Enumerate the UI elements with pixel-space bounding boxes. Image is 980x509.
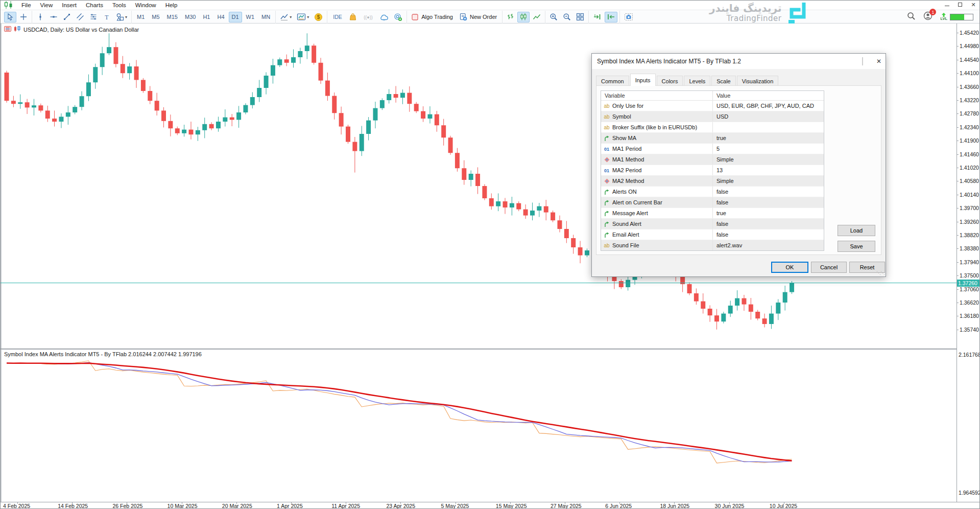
value-cell[interactable]: true	[712, 133, 824, 143]
vertical-line-tool[interactable]	[34, 12, 46, 22]
dropdown-caret-icon[interactable]: ▾	[125, 15, 127, 19]
new-order-button[interactable]: New Order	[457, 12, 500, 22]
table-row[interactable]: Show MAtrue	[601, 133, 824, 144]
table-row[interactable]: 01MA2 Period13	[601, 165, 824, 176]
table-row[interactable]: 01MA1 Period5	[601, 144, 824, 154]
auto-scroll-button[interactable]	[591, 12, 604, 22]
indicators-menu[interactable]: ▾	[295, 12, 311, 22]
indicator-chart-canvas[interactable]	[1, 350, 957, 501]
table-row[interactable]: Email Alertfalse	[601, 229, 824, 240]
value-cell[interactable]: false	[712, 197, 824, 207]
timeframe-m5[interactable]: M5	[149, 12, 162, 22]
community-button[interactable]	[392, 12, 404, 22]
shapes-tool[interactable]: ▾	[114, 12, 129, 22]
menu-file[interactable]: File	[17, 2, 36, 9]
signals-button[interactable]: ((●))	[360, 12, 376, 22]
fibonacci-tool[interactable]	[87, 12, 100, 22]
timeframe-mn[interactable]: MN	[258, 12, 273, 22]
value-cell[interactable]: alert2.wav	[712, 240, 824, 250]
bars-view-button[interactable]	[505, 12, 516, 22]
text-tool[interactable]: T	[101, 12, 113, 22]
zoom-in-button[interactable]	[547, 12, 560, 22]
dialog-resize-grip[interactable]: ⋱⋱	[876, 270, 885, 275]
menu-insert[interactable]: Insert	[57, 2, 81, 9]
ide-button[interactable]: IDE	[329, 12, 346, 22]
table-row[interactable]: Message Alerttrue	[601, 208, 824, 219]
table-row[interactable]: MA2 MethodSimple	[601, 176, 824, 187]
toolbar-group	[589, 11, 620, 24]
menu-window[interactable]: Window	[131, 2, 161, 9]
ok-button[interactable]: OK	[771, 262, 808, 273]
table-row[interactable]: abOnly Use forUSD, EUR, GBP, CHF, JPY, A…	[601, 101, 824, 111]
algo-trading-button-label: Algo Trading	[419, 14, 454, 20]
cloud-icon	[379, 13, 389, 21]
dialog-close-button[interactable]: ✕	[876, 58, 881, 64]
timeframe-m30[interactable]: M30	[182, 12, 199, 22]
chart-template-menu[interactable]: ▾	[278, 12, 294, 22]
window-close-button[interactable]: ✕	[969, 1, 977, 8]
menu-help[interactable]: Help	[161, 2, 182, 9]
tile-windows-button[interactable]	[574, 12, 586, 22]
timeframe-h1[interactable]: H1	[200, 12, 213, 22]
window-minimize-button[interactable]	[943, 1, 951, 8]
table-row[interactable]: abBroker Suffix (like b in EURUSDb)	[601, 122, 824, 133]
zoom-out-button[interactable]	[561, 12, 573, 22]
dialog-title-bar[interactable]: Symbol Index MA Alerts Indicator MT5 - B…	[592, 54, 886, 69]
load-button[interactable]: Load	[838, 225, 875, 236]
screenshot-button[interactable]	[622, 12, 635, 22]
menu-charts[interactable]: Charts	[81, 2, 108, 9]
value-cell[interactable]: false	[712, 187, 824, 197]
one-click-trading-icon[interactable]	[14, 26, 21, 33]
indicator-axis-bottom-label: 1.964592	[959, 490, 980, 496]
dropdown-caret-icon[interactable]: ▾	[307, 15, 309, 19]
cursor-tool[interactable]	[4, 12, 16, 22]
dropdown-caret-icon[interactable]: ▾	[290, 15, 292, 19]
depth-of-market-icon[interactable]	[4, 26, 11, 33]
price-axis[interactable]: 1.454201.449801.445401.441001.436601.432…	[957, 24, 980, 502]
timeframe-w1[interactable]: W1	[243, 12, 258, 22]
horizontal-line-tool[interactable]	[47, 12, 60, 22]
timeframe-m15[interactable]: M15	[164, 12, 181, 22]
value-cell[interactable]: false	[712, 229, 824, 240]
value-cell[interactable]: USD	[712, 111, 824, 122]
quotes-button[interactable]: $	[312, 12, 325, 22]
value-cell[interactable]: 5	[712, 144, 824, 154]
line-view-button[interactable]	[531, 12, 543, 22]
market-button[interactable]	[347, 12, 359, 22]
menu-tools[interactable]: Tools	[108, 2, 131, 9]
profile-button[interactable]: 1	[923, 11, 933, 22]
table-row[interactable]: Sound Alertfalse	[601, 219, 824, 229]
date-axis[interactable]: 4 Feb 202514 Feb 202526 Feb 202510 Mar 2…	[1, 502, 980, 509]
cloud-button[interactable]	[377, 12, 391, 22]
menu-view[interactable]: View	[36, 2, 58, 9]
tab-inputs[interactable]: Inputs	[630, 74, 656, 86]
table-row[interactable]: Alerts ONfalse	[601, 187, 824, 197]
window-restore-button[interactable]	[956, 1, 964, 8]
search-icon[interactable]	[907, 12, 916, 22]
candles-view-button[interactable]	[517, 12, 530, 22]
column-header-variable: Variable	[601, 91, 712, 101]
value-cell[interactable]: Simple	[712, 154, 824, 165]
value-cell[interactable]: true	[712, 208, 824, 218]
algo-trading-button[interactable]: Algo Trading	[409, 12, 456, 22]
table-row[interactable]: Alert on Current Barfalse	[601, 197, 824, 208]
value-cell[interactable]: USD, EUR, GBP, CHF, JPY, AUD, CAD	[712, 101, 824, 111]
table-row[interactable]: MA1 MethodSimple	[601, 154, 824, 165]
table-row[interactable]: abSound Filealert2.wav	[601, 240, 824, 251]
channel-tool[interactable]	[74, 12, 86, 22]
save-button[interactable]: Save	[838, 241, 875, 252]
table-header: Variable Value	[601, 91, 824, 101]
value-cell[interactable]: Simple	[712, 176, 824, 186]
value-cell[interactable]: false	[712, 219, 824, 229]
cancel-button[interactable]: Cancel	[811, 262, 847, 273]
crosshair-tool[interactable]	[17, 12, 30, 22]
level-indicator[interactable]: LVL	[940, 13, 973, 21]
value-cell[interactable]	[712, 122, 824, 132]
trendline-tool[interactable]	[61, 12, 73, 22]
value-cell[interactable]: 13	[712, 165, 824, 175]
timeframe-h4[interactable]: H4	[214, 12, 227, 22]
timeframe-m1[interactable]: M1	[134, 12, 148, 22]
chart-shift-button[interactable]	[605, 12, 617, 22]
table-row[interactable]: abSymbolUSD	[601, 111, 824, 122]
timeframe-d1[interactable]: D1	[229, 12, 242, 22]
